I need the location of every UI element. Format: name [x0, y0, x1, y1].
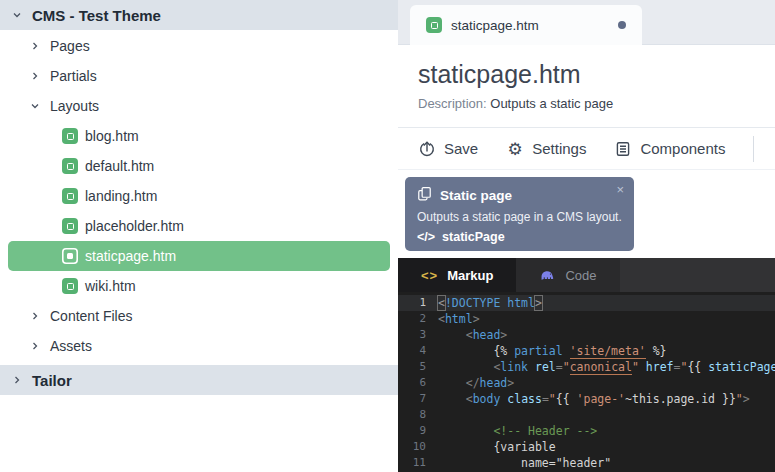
cms-layout-icon [426, 17, 442, 33]
line-number: 10 [398, 439, 438, 455]
code-area[interactable]: 1<!DOCTYPE html>2<html>3 <head>4 {% part… [398, 292, 775, 472]
component-card-title: Static page [440, 188, 512, 203]
cms-layout-icon [62, 278, 78, 294]
cms-editor-window: CMS - Test Theme PagesPartialsLayoutsblo… [0, 0, 775, 472]
toolbar-button-label: Components [640, 140, 725, 157]
line-number: 8 [398, 407, 438, 423]
component-card-alias: staticPage [442, 230, 505, 244]
code-line[interactable]: 9 <!-- Header --> [398, 423, 775, 439]
code-line-content: <link rel="canonical" href="{{ staticPag… [438, 359, 775, 375]
chevron-down-icon [11, 9, 23, 21]
code-line[interactable]: 8 [398, 407, 775, 423]
tab-code[interactable]: Code [516, 258, 619, 292]
code-line[interactable]: 7 <body class="{{ 'page-'~this.page.id }… [398, 391, 775, 407]
code-line-content: <body class="{{ 'page-'~this.page.id }}"… [438, 391, 750, 407]
code-line-content: {% partial 'site/meta' %} [438, 343, 667, 359]
tree-item-label: Pages [50, 38, 90, 54]
code-line-content: <html> [438, 311, 480, 327]
code-line-content: </head> [438, 375, 514, 391]
code-line-content: <!DOCTYPE html> [438, 295, 542, 311]
theme-root-label: CMS - Test Theme [32, 7, 161, 24]
tree-item-label: placeholder.htm [85, 218, 184, 234]
save-button[interactable]: Save [418, 140, 478, 158]
tree-item-label: Partials [50, 68, 97, 84]
tree-item-label: Layouts [50, 98, 99, 114]
code-line[interactable]: 4 {% partial 'site/meta' %} [398, 343, 775, 359]
line-number: 5 [398, 359, 438, 375]
unsaved-indicator-dot [618, 21, 626, 29]
close-icon[interactable]: × [616, 182, 624, 197]
theme-root-item[interactable]: CMS - Test Theme [0, 0, 398, 30]
file-tab-label: staticpage.htm [451, 18, 539, 33]
sidebar-file-staticpage-htm[interactable]: staticpage.htm [8, 241, 390, 271]
line-number: 1 [398, 295, 438, 311]
document-header: staticpage.htm Description: Outputs a st… [398, 45, 775, 127]
chevron-right-icon [29, 40, 41, 52]
tailor-label: Tailor [32, 372, 72, 389]
sidebar-folder-partials[interactable]: Partials [0, 61, 398, 91]
settings-button[interactable]: ⚙Settings [506, 140, 586, 158]
cms-layout-icon [62, 248, 78, 264]
sidebar-file-wiki-htm[interactable]: wiki.htm [0, 271, 398, 301]
php-icon [539, 269, 556, 282]
code-line-content: <head> [438, 327, 507, 343]
sidebar-file-landing-htm[interactable]: landing.htm [0, 181, 398, 211]
code-line-content: {variable [438, 439, 556, 455]
sidebar-folder-content-files[interactable]: Content Files [0, 301, 398, 331]
page-description: Description: Outputs a static page [418, 96, 755, 111]
components-button[interactable]: Components [614, 140, 725, 158]
cms-layout-icon [62, 188, 78, 204]
line-number: 6 [398, 375, 438, 391]
components-icon [614, 140, 632, 158]
tree-item-label: blog.htm [85, 128, 139, 144]
code-line[interactable]: 2<html> [398, 311, 775, 327]
cms-layout-icon [62, 128, 78, 144]
code-line[interactable]: 3 <head> [398, 327, 775, 343]
tree-items: PagesPartialsLayoutsblog.htmdefault.html… [0, 30, 398, 361]
tab-code-label: Code [565, 268, 596, 283]
code-line[interactable]: 1<!DOCTYPE html> [398, 295, 775, 311]
components-area: Static page × Outputs a static page in a… [398, 170, 775, 258]
tab-markup[interactable]: <> Markup [398, 258, 516, 292]
code-tag-icon: </> [417, 230, 435, 244]
tab-markup-label: Markup [447, 268, 493, 283]
code-editor: <> Markup Code 1<!DOCTYPE html>2<html>3 … [398, 258, 775, 472]
markup-icon: <> [421, 268, 438, 283]
gear-icon: ⚙ [506, 140, 524, 158]
sidebar-item-tailor[interactable]: Tailor [0, 365, 398, 395]
cms-layout-icon [62, 158, 78, 174]
sidebar-file-blog-htm[interactable]: blog.htm [0, 121, 398, 151]
page-title: staticpage.htm [418, 58, 755, 90]
description-value: Outputs a static page [490, 96, 613, 111]
description-label: Description: [418, 96, 487, 111]
file-tree-sidebar: CMS - Test Theme PagesPartialsLayoutsblo… [0, 0, 398, 472]
editor-tab-strip: <> Markup Code [398, 258, 775, 292]
chevron-right-icon [29, 340, 41, 352]
tree-item-label: landing.htm [85, 188, 157, 204]
component-card-alias-row: </> staticPage [417, 230, 622, 244]
chevron-right-icon [29, 310, 41, 322]
chevron-down-icon [29, 100, 41, 112]
component-card-description: Outputs a static page in a CMS layout. [417, 210, 622, 224]
component-card-static-page[interactable]: Static page × Outputs a static page in a… [405, 177, 634, 251]
code-line[interactable]: 11 name="header" [398, 455, 775, 471]
toolbar-separator [753, 136, 754, 162]
code-line[interactable]: 5 <link rel="canonical" href="{{ staticP… [398, 359, 775, 375]
code-line[interactable]: 10 {variable [398, 439, 775, 455]
cms-layout-icon [62, 218, 78, 234]
line-number: 4 [398, 343, 438, 359]
line-number: 9 [398, 423, 438, 439]
tree-item-label: Content Files [50, 308, 132, 324]
sidebar-folder-assets[interactable]: Assets [0, 331, 398, 361]
sidebar-folder-pages[interactable]: Pages [0, 31, 398, 61]
document-tabbar: staticpage.htm [398, 0, 775, 45]
sidebar-file-default-htm[interactable]: default.htm [0, 151, 398, 181]
editor-toolbar: Save⚙SettingsComponentsInfo [398, 127, 775, 170]
code-line[interactable]: 6 </head> [398, 375, 775, 391]
file-tab-staticpage[interactable]: staticpage.htm [410, 5, 642, 45]
line-number: 2 [398, 311, 438, 327]
toolbar-button-label: Save [444, 140, 478, 157]
sidebar-folder-layouts[interactable]: Layouts [0, 91, 398, 121]
chevron-right-icon [11, 374, 23, 386]
sidebar-file-placeholder-htm[interactable]: placeholder.htm [0, 211, 398, 241]
